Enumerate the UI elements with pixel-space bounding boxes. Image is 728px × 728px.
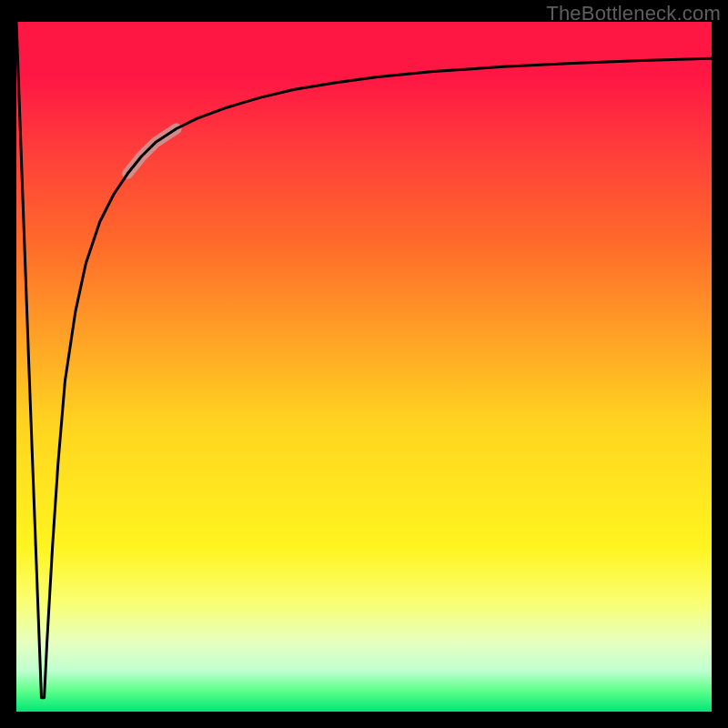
- watermark-text: TheBottleneck.com: [546, 2, 721, 25]
- chart-frame: TheBottleneck.com: [0, 0, 728, 728]
- plot-area: [16, 22, 712, 712]
